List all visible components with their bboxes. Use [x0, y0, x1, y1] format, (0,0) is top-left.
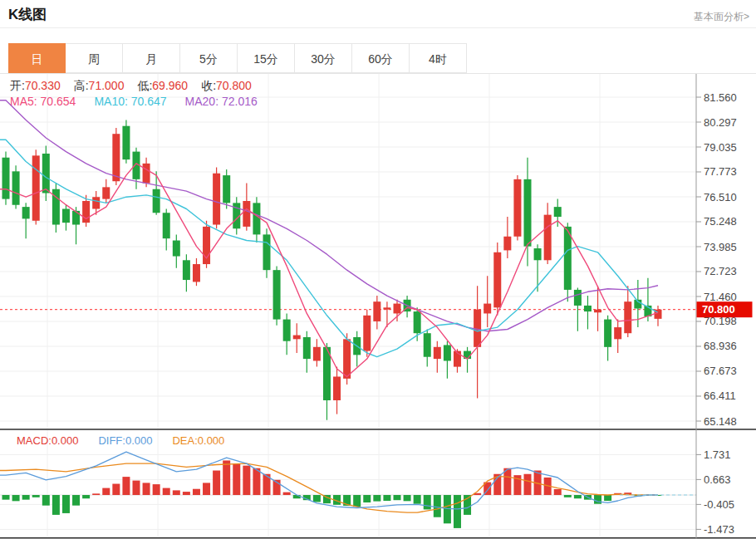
- candle-body: [223, 175, 230, 203]
- kline-chart-svg: 81.56080.29779.03577.77376.51075.24873.9…: [0, 73, 756, 539]
- candle-body: [72, 211, 80, 225]
- ohlc-item-2: 低:69.960: [137, 79, 188, 92]
- chart-area: 81.56080.29779.03577.77376.51075.24873.9…: [0, 73, 756, 539]
- ohlc-item-3: 收:70.800: [201, 79, 252, 92]
- candle-body: [373, 301, 380, 321]
- ma10-line: [0, 140, 658, 356]
- ohlc-label: 开:: [10, 79, 25, 92]
- macd-bar: [503, 468, 511, 495]
- candle-body: [604, 320, 611, 347]
- ohlc-item-0: 开:70.330: [10, 79, 61, 92]
- candle-body: [343, 339, 351, 379]
- macd-bar: [42, 495, 50, 506]
- candle-body: [122, 126, 130, 159]
- macd-bar: [414, 495, 421, 504]
- macd-bar: [554, 489, 562, 495]
- candle-body: [102, 187, 110, 198]
- macd-bar: [283, 492, 291, 495]
- candle-body: [2, 158, 10, 199]
- macd-histogram: [2, 460, 662, 527]
- candle-body: [524, 179, 532, 247]
- macd-bar: [193, 489, 200, 495]
- candle-body: [82, 201, 90, 223]
- candle-body: [594, 310, 601, 313]
- candle-body: [263, 234, 271, 270]
- candle-body: [624, 301, 631, 333]
- macd-bar: [373, 495, 380, 502]
- fundamental-analysis-link[interactable]: 基本面分析>: [694, 10, 749, 24]
- candle-body: [193, 264, 200, 282]
- macd-item-2: DEA:0.000: [172, 434, 224, 447]
- candle-body: [22, 207, 30, 218]
- macd-readout: MACD:0.000DIFF:0.000DEA:0.000: [17, 434, 244, 447]
- kline-page: K线图 基本面分析> 日周月5分15分30分60分4时 81.56080.297…: [0, 0, 756, 539]
- macd-item-1: DIFF:0.000: [98, 434, 152, 447]
- interval-tab-2[interactable]: 月: [123, 43, 180, 73]
- candle-body: [62, 208, 70, 223]
- candle-body: [434, 347, 441, 359]
- macd-bar: [524, 474, 532, 495]
- ohlc-value: 71.000: [89, 79, 125, 92]
- macd-axis-label: 1.731: [704, 448, 731, 461]
- price-axis-label: 71.460: [704, 291, 737, 303]
- macd-bar: [404, 495, 411, 501]
- candle-body: [414, 311, 421, 333]
- macd-bar: [32, 495, 40, 497]
- macd-bar: [22, 495, 30, 500]
- macd-bar: [82, 495, 90, 498]
- candle-body: [484, 304, 491, 314]
- macd-bar: [223, 460, 230, 495]
- candle-body: [42, 154, 50, 194]
- candle-body: [293, 336, 301, 340]
- candle-body: [112, 134, 120, 181]
- price-axis-label: 72.723: [704, 265, 737, 277]
- interval-tab-3[interactable]: 5分: [180, 43, 238, 73]
- ma5-line: [0, 164, 658, 377]
- interval-tab-5[interactable]: 30分: [295, 43, 352, 73]
- macd-bar: [253, 468, 260, 495]
- ohlc-item-1: 高:71.000: [74, 79, 125, 92]
- ohlc-label: 收:: [201, 79, 216, 92]
- ma-readout: MA5: 70.654MA10: 70.647MA20: 72.016: [10, 95, 276, 108]
- candle-body: [313, 347, 321, 361]
- candle-body: [513, 179, 521, 237]
- candle-body: [584, 306, 592, 311]
- price-axis-label: 67.673: [704, 365, 737, 377]
- candle-body: [32, 155, 40, 220]
- macd-bar: [353, 495, 361, 507]
- interval-tab-0[interactable]: 日: [8, 43, 66, 73]
- candle-body: [153, 189, 160, 213]
- macd-bar: [153, 484, 160, 495]
- candle-body: [614, 327, 621, 339]
- ma-item-0: MA5: 70.654: [10, 95, 76, 108]
- macd-bar: [173, 490, 180, 495]
- candle-body: [363, 316, 371, 351]
- macd-bar: [564, 495, 572, 497]
- candle-body: [253, 203, 260, 234]
- interval-tab-7[interactable]: 4时: [410, 43, 467, 73]
- ohlc-value: 70.800: [216, 79, 252, 92]
- ohlc-label: 低:: [137, 79, 152, 92]
- candle-body: [213, 174, 220, 225]
- page-header: K线图 基本面分析>: [0, 0, 756, 28]
- macd-bar: [434, 495, 441, 517]
- ohlc-value: 69.960: [152, 79, 188, 92]
- ohlc-value: 70.330: [25, 79, 61, 92]
- macd-bar: [72, 495, 80, 506]
- candle-body: [333, 376, 341, 400]
- candle-body: [12, 171, 20, 204]
- interval-tab-1[interactable]: 周: [66, 43, 123, 73]
- current-price-badge-text: 70.800: [702, 303, 735, 316]
- price-axis-label: 65.148: [704, 415, 737, 428]
- macd-bar: [574, 495, 582, 498]
- macd-bar: [12, 495, 20, 501]
- macd-bar: [243, 466, 250, 495]
- candle-body: [92, 197, 100, 208]
- interval-tab-4[interactable]: 15分: [238, 43, 295, 73]
- macd-bar: [2, 495, 10, 500]
- interval-tab-6[interactable]: 60分: [352, 43, 410, 73]
- macd-bar: [424, 495, 431, 509]
- candle-body: [303, 337, 311, 359]
- macd-bar: [112, 484, 120, 495]
- price-axis-label: 77.773: [704, 165, 737, 178]
